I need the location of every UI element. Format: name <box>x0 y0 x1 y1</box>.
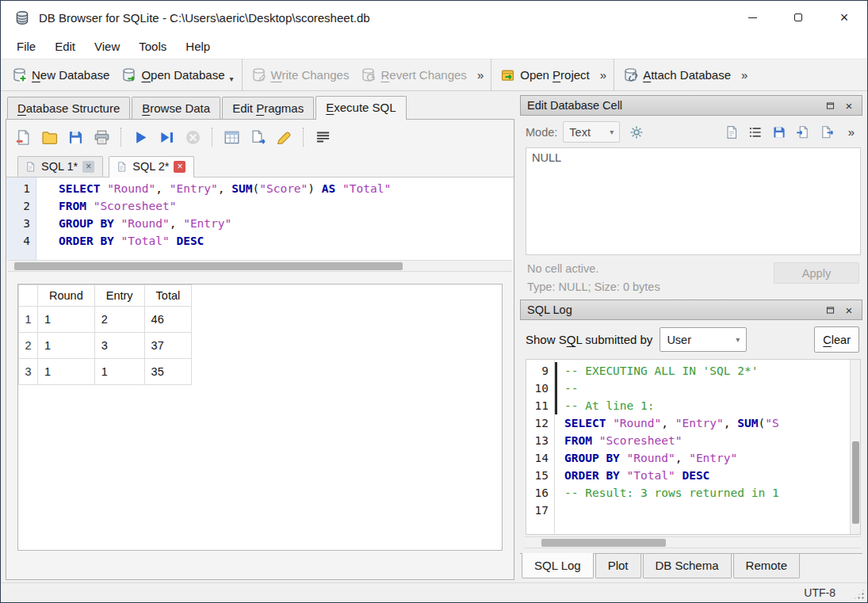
bottom-tab-sql-log[interactable]: SQL Log <box>522 553 594 578</box>
resize-grip[interactable] <box>854 589 865 600</box>
log-horizontal-scrollbar[interactable] <box>525 536 861 548</box>
column-header-round[interactable]: Round <box>38 285 95 307</box>
encoding-indicator[interactable]: UTF-8 <box>804 586 835 599</box>
clear-button[interactable]: Clear <box>814 326 859 353</box>
table-cell[interactable]: 1 <box>38 333 95 359</box>
editor-tab-sql-1[interactable]: SQL 1*× <box>17 156 103 177</box>
titlebar[interactable]: DB Browser for SQLite - C:\Users\aeric\D… <box>1 1 867 34</box>
cell-status: No cell active. Type: NULL; Size: 0 byte… <box>520 255 862 300</box>
mode-select[interactable]: Text ▾ <box>563 121 620 143</box>
log-vertical-scrollbar[interactable] <box>850 360 860 534</box>
new-database-button[interactable]: New Database <box>6 63 115 86</box>
menu-edit[interactable]: Edit <box>45 36 85 57</box>
scrollbar-thumb[interactable] <box>541 539 666 547</box>
mode-value: Text <box>569 126 591 139</box>
table-cell[interactable]: 1 <box>94 359 144 385</box>
print-button[interactable] <box>90 126 113 148</box>
sql-editor[interactable]: 1234 SELECT "Round", "Entry", SUM("Score… <box>6 177 514 260</box>
save-results-button[interactable] <box>246 126 270 148</box>
float-dock-button[interactable] <box>820 302 839 319</box>
table-row: 31135 <box>19 359 192 385</box>
scrollbar-thumb[interactable] <box>852 441 859 523</box>
cell-editor-content[interactable]: NULL <box>526 147 861 255</box>
button-label: Write Changes <box>271 68 350 82</box>
menu-tools[interactable]: Tools <box>129 36 176 57</box>
save-sql-file-button[interactable] <box>63 126 87 148</box>
tab-edit-pragmas[interactable]: Edit Pragmas <box>222 97 314 119</box>
float-icon <box>824 304 836 316</box>
overflow-chevron-button[interactable]: » <box>595 67 611 83</box>
save-cell-button[interactable] <box>769 122 790 142</box>
line-number: 10 <box>526 380 549 397</box>
close-dock-button[interactable]: × <box>839 97 858 114</box>
edit-cell-dock-header: Edit Database Cell × <box>520 95 862 116</box>
code-token: SELECT <box>564 417 606 429</box>
bottom-tab-remote[interactable]: Remote <box>733 554 801 578</box>
word-wrap-button[interactable] <box>311 126 335 148</box>
menu-help[interactable]: Help <box>176 36 220 57</box>
close-tab-icon[interactable]: × <box>82 161 94 173</box>
execute-all-button[interactable] <box>128 126 152 148</box>
close-tab-icon[interactable]: × <box>174 161 185 173</box>
cell-editor-toolbar: Mode: Text ▾ » <box>520 116 862 147</box>
panel-splitter[interactable] <box>514 91 520 582</box>
close-dock-button[interactable]: × <box>839 302 858 319</box>
open-project-button[interactable]: Open Project <box>494 63 595 86</box>
editor-code[interactable]: SELECT "Round", "Entry", SUM("Score") AS… <box>36 177 514 260</box>
code-token <box>620 452 627 464</box>
table-cell[interactable]: 3 <box>94 333 144 359</box>
tab-browse-data[interactable]: Browse Data <box>132 97 220 119</box>
tab-database-structure[interactable]: Database Structure <box>7 97 130 119</box>
bottom-tab-db-schema[interactable]: DB Schema <box>643 554 732 578</box>
word-wrap-icon <box>314 128 332 147</box>
code-token: "Scoresheet" <box>599 434 683 447</box>
settings-button[interactable] <box>625 122 647 142</box>
log-area[interactable]: 91011121314151617 -- EXECUTING ALL IN 'S… <box>526 360 850 534</box>
results-table-button[interactable] <box>220 126 243 148</box>
dropdown-arrow-icon[interactable]: ▾ <box>229 74 233 83</box>
code-token: SELECT <box>59 182 100 195</box>
menu-view[interactable]: View <box>85 36 129 57</box>
editor-results-splitter[interactable] <box>6 272 514 282</box>
overflow-chevron-button[interactable]: » <box>843 124 859 140</box>
execute-current-line-button[interactable] <box>155 126 178 148</box>
write-changes-button: Write Changes <box>245 63 355 86</box>
table-cell[interactable]: 2 <box>94 307 144 333</box>
open-sql-file-button[interactable] <box>37 126 61 148</box>
text-view-button[interactable] <box>721 122 743 142</box>
sql-log-filter-bar: Show SQL submitted by User ▾ Clear <box>520 320 862 359</box>
overflow-chevron-button[interactable]: » <box>472 67 488 83</box>
editor-horizontal-scrollbar[interactable] <box>8 260 512 272</box>
column-header-entry[interactable]: Entry <box>94 285 144 307</box>
minimize-button[interactable] <box>729 1 775 34</box>
maximize-button[interactable] <box>775 1 821 34</box>
menu-file[interactable]: File <box>7 36 45 57</box>
new-sql-tab-button[interactable] <box>11 126 35 148</box>
table-cell[interactable]: 1 <box>38 307 95 333</box>
log-filter-select[interactable]: User ▾ <box>660 327 747 352</box>
list-view-button[interactable] <box>745 122 767 142</box>
line-number: 1 <box>6 180 30 197</box>
edit-sql-button[interactable] <box>272 126 296 148</box>
code-token: "Scoresheet" <box>94 200 177 212</box>
overflow-chevron-button[interactable]: » <box>736 67 752 83</box>
open-database-button[interactable]: Open Database▾ <box>115 63 239 86</box>
attach-database-button[interactable]: Attach Database <box>617 63 736 86</box>
table-cell[interactable]: 1 <box>38 359 95 385</box>
bottom-tab-plot[interactable]: Plot <box>595 554 641 578</box>
tab-execute-sql[interactable]: Execute SQL <box>315 96 406 120</box>
column-header-total[interactable]: Total <box>144 285 192 307</box>
scrollbar-thumb[interactable] <box>14 262 403 270</box>
table-cell[interactable]: 46 <box>144 307 192 333</box>
execute-current-line-icon <box>158 128 176 147</box>
table-cell[interactable]: 37 <box>144 333 192 359</box>
button-label: Open Database <box>141 68 224 82</box>
import-cell-button[interactable] <box>793 122 814 142</box>
float-dock-button[interactable] <box>820 97 839 114</box>
code-token: "Score" <box>259 182 308 195</box>
table-cell[interactable]: 35 <box>144 359 192 385</box>
export-cell-button[interactable] <box>816 122 838 142</box>
close-window-button[interactable]: × <box>821 1 867 34</box>
editor-tab-sql-2[interactable]: SQL 2*× <box>109 156 194 177</box>
button-label: New Database <box>32 68 109 82</box>
